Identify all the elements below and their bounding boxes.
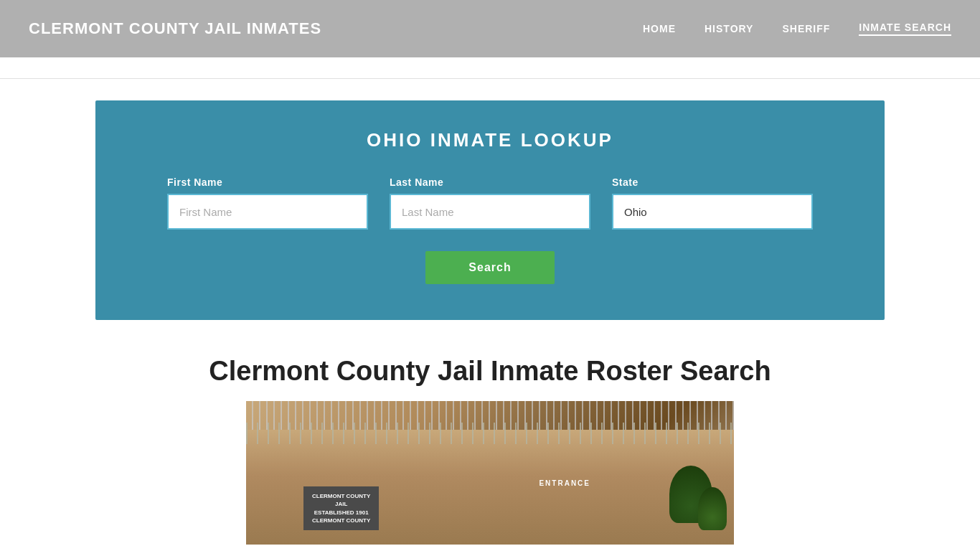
jail-sign: CLERMONT COUNTYJAILESTABLISHED 1901CLERM… xyxy=(303,486,379,530)
content-section: Clermont County Jail Inmate Roster Searc… xyxy=(0,342,980,545)
jail-image: CLERMONT COUNTYJAILESTABLISHED 1901CLERM… xyxy=(246,401,734,545)
main-nav: HOME HISTORY SHERIFF INMATE SEARCH xyxy=(643,22,951,36)
search-fields-row: First Name Last Name State xyxy=(153,176,827,230)
inmate-lookup-section: OHIO INMATE LOOKUP First Name Last Name … xyxy=(95,100,885,320)
sub-header-strip xyxy=(0,57,980,79)
state-group: State xyxy=(612,176,813,230)
search-button[interactable]: Search xyxy=(425,251,554,284)
site-header: CLERMONT COUNTY JAIL INMATES HOME HISTOR… xyxy=(0,0,980,57)
first-name-label: First Name xyxy=(167,176,368,188)
lookup-title: OHIO INMATE LOOKUP xyxy=(153,129,827,151)
state-label: State xyxy=(612,176,813,188)
last-name-input[interactable] xyxy=(390,194,590,230)
first-name-input[interactable] xyxy=(167,194,368,230)
first-name-group: First Name xyxy=(167,176,368,230)
last-name-group: Last Name xyxy=(390,176,590,230)
nav-home[interactable]: HOME xyxy=(643,23,676,34)
tree-graphic-right xyxy=(698,487,727,530)
last-name-label: Last Name xyxy=(390,176,590,188)
nav-history[interactable]: HISTORY xyxy=(705,23,753,34)
nav-inmate-search[interactable]: INMATE SEARCH xyxy=(859,22,951,36)
entrance-sign: ENTRANCE xyxy=(539,479,590,487)
nav-sheriff[interactable]: SHERIFF xyxy=(782,23,830,34)
content-title: Clermont County Jail Inmate Roster Searc… xyxy=(29,356,951,387)
fence-decoration xyxy=(246,423,734,444)
search-button-row: Search xyxy=(153,251,827,284)
state-input[interactable] xyxy=(612,194,813,230)
site-title: CLERMONT COUNTY JAIL INMATES xyxy=(29,19,321,38)
